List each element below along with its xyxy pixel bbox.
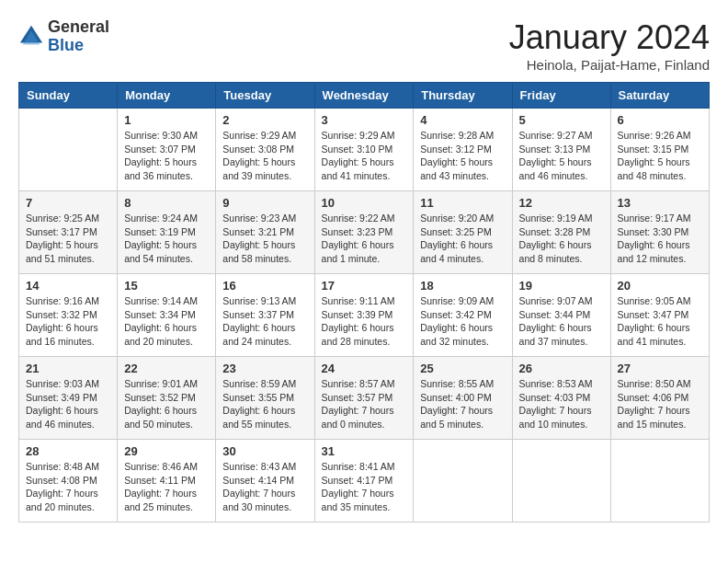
week-row-5: 28Sunrise: 8:48 AMSunset: 4:08 PMDayligh… xyxy=(19,440,710,523)
calendar-cell: 4Sunrise: 9:28 AMSunset: 3:12 PMDaylight… xyxy=(414,109,512,191)
calendar-cell: 19Sunrise: 9:07 AMSunset: 3:44 PMDayligh… xyxy=(512,274,610,357)
logo-blue: Blue xyxy=(48,37,109,55)
day-number: 8 xyxy=(124,196,209,210)
calendar-cell xyxy=(512,440,610,523)
calendar-cell: 27Sunrise: 8:50 AMSunset: 4:06 PMDayligh… xyxy=(610,357,709,440)
header-row: SundayMondayTuesdayWednesdayThursdayFrid… xyxy=(19,83,710,109)
day-number: 5 xyxy=(519,113,604,127)
header-day-sunday: Sunday xyxy=(19,83,118,109)
day-number: 25 xyxy=(420,362,505,375)
day-info: Sunrise: 9:05 AMSunset: 3:47 PMDaylight:… xyxy=(618,294,702,349)
calendar-cell: 3Sunrise: 9:29 AMSunset: 3:10 PMDaylight… xyxy=(314,109,414,191)
calendar-cell: 29Sunrise: 8:46 AMSunset: 4:11 PMDayligh… xyxy=(118,440,216,523)
calendar-cell: 11Sunrise: 9:20 AMSunset: 3:25 PMDayligh… xyxy=(414,191,512,274)
day-number: 11 xyxy=(420,196,505,210)
calendar-table: SundayMondayTuesdayWednesdayThursdayFrid… xyxy=(18,82,710,523)
day-info: Sunrise: 8:55 AMSunset: 4:00 PMDaylight:… xyxy=(420,377,505,431)
header-day-tuesday: Tuesday xyxy=(216,83,314,109)
title-block: January 2024 Heinola, Paijat-Hame, Finla… xyxy=(509,18,710,73)
subtitle: Heinola, Paijat-Hame, Finland xyxy=(509,57,710,73)
calendar-cell: 16Sunrise: 9:13 AMSunset: 3:37 PMDayligh… xyxy=(216,274,314,357)
day-number: 2 xyxy=(222,113,307,127)
calendar-cell xyxy=(414,440,512,523)
day-info: Sunrise: 9:09 AMSunset: 3:42 PMDaylight:… xyxy=(420,294,505,349)
day-number: 23 xyxy=(222,362,307,375)
calendar-cell: 28Sunrise: 8:48 AMSunset: 4:08 PMDayligh… xyxy=(19,440,118,523)
calendar-cell xyxy=(19,109,118,191)
calendar-cell: 23Sunrise: 8:59 AMSunset: 3:55 PMDayligh… xyxy=(216,357,314,440)
day-info: Sunrise: 9:17 AMSunset: 3:30 PMDaylight:… xyxy=(618,212,702,266)
calendar-cell: 18Sunrise: 9:09 AMSunset: 3:42 PMDayligh… xyxy=(414,274,512,357)
week-row-3: 14Sunrise: 9:16 AMSunset: 3:32 PMDayligh… xyxy=(19,274,710,357)
day-number: 22 xyxy=(124,362,209,375)
day-info: Sunrise: 8:46 AMSunset: 4:11 PMDaylight:… xyxy=(124,460,209,514)
day-info: Sunrise: 8:41 AMSunset: 4:17 PMDaylight:… xyxy=(322,460,407,514)
calendar-cell: 12Sunrise: 9:19 AMSunset: 3:28 PMDayligh… xyxy=(512,191,610,274)
header-day-friday: Friday xyxy=(512,83,610,109)
day-number: 29 xyxy=(124,444,209,458)
day-number: 1 xyxy=(124,113,209,127)
calendar-cell: 22Sunrise: 9:01 AMSunset: 3:52 PMDayligh… xyxy=(118,357,216,440)
week-row-1: 1Sunrise: 9:30 AMSunset: 3:07 PMDaylight… xyxy=(19,109,710,191)
day-info: Sunrise: 9:24 AMSunset: 3:19 PMDaylight:… xyxy=(124,212,209,266)
header-day-monday: Monday xyxy=(118,83,216,109)
day-number: 28 xyxy=(26,444,110,458)
day-info: Sunrise: 9:27 AMSunset: 3:13 PMDaylight:… xyxy=(519,129,604,183)
day-info: Sunrise: 9:30 AMSunset: 3:07 PMDaylight:… xyxy=(124,129,209,183)
day-info: Sunrise: 9:23 AMSunset: 3:21 PMDaylight:… xyxy=(222,212,307,266)
day-info: Sunrise: 9:07 AMSunset: 3:44 PMDaylight:… xyxy=(519,294,604,349)
day-info: Sunrise: 8:43 AMSunset: 4:14 PMDaylight:… xyxy=(222,460,307,514)
day-number: 24 xyxy=(322,362,407,375)
header-day-thursday: Thursday xyxy=(414,83,512,109)
day-info: Sunrise: 9:29 AMSunset: 3:10 PMDaylight:… xyxy=(322,129,407,183)
calendar-cell: 17Sunrise: 9:11 AMSunset: 3:39 PMDayligh… xyxy=(314,274,414,357)
calendar-cell: 21Sunrise: 9:03 AMSunset: 3:49 PMDayligh… xyxy=(19,357,118,440)
day-number: 14 xyxy=(26,279,110,293)
day-number: 6 xyxy=(618,113,702,127)
day-number: 12 xyxy=(519,196,604,210)
calendar-cell: 2Sunrise: 9:29 AMSunset: 3:08 PMDaylight… xyxy=(216,109,314,191)
day-info: Sunrise: 8:57 AMSunset: 3:57 PMDaylight:… xyxy=(322,377,407,431)
day-info: Sunrise: 9:22 AMSunset: 3:23 PMDaylight:… xyxy=(322,212,407,266)
day-number: 31 xyxy=(322,444,407,458)
header-day-wednesday: Wednesday xyxy=(314,83,414,109)
calendar-cell: 20Sunrise: 9:05 AMSunset: 3:47 PMDayligh… xyxy=(610,274,709,357)
calendar-cell: 30Sunrise: 8:43 AMSunset: 4:14 PMDayligh… xyxy=(216,440,314,523)
month-title: January 2024 xyxy=(509,18,710,57)
calendar-cell: 6Sunrise: 9:26 AMSunset: 3:15 PMDaylight… xyxy=(610,109,709,191)
day-info: Sunrise: 8:48 AMSunset: 4:08 PMDaylight:… xyxy=(26,460,110,514)
day-info: Sunrise: 9:03 AMSunset: 3:49 PMDaylight:… xyxy=(26,377,110,431)
calendar-cell: 24Sunrise: 8:57 AMSunset: 3:57 PMDayligh… xyxy=(314,357,414,440)
day-info: Sunrise: 9:29 AMSunset: 3:08 PMDaylight:… xyxy=(222,129,307,183)
week-row-4: 21Sunrise: 9:03 AMSunset: 3:49 PMDayligh… xyxy=(19,357,710,440)
day-info: Sunrise: 9:28 AMSunset: 3:12 PMDaylight:… xyxy=(420,129,505,183)
day-info: Sunrise: 9:01 AMSunset: 3:52 PMDaylight:… xyxy=(124,377,209,431)
day-number: 16 xyxy=(222,279,307,293)
calendar-cell: 15Sunrise: 9:14 AMSunset: 3:34 PMDayligh… xyxy=(118,274,216,357)
day-info: Sunrise: 9:14 AMSunset: 3:34 PMDaylight:… xyxy=(124,294,209,349)
day-info: Sunrise: 9:25 AMSunset: 3:17 PMDaylight:… xyxy=(26,212,110,266)
day-info: Sunrise: 9:19 AMSunset: 3:28 PMDaylight:… xyxy=(519,212,604,266)
calendar-cell: 1Sunrise: 9:30 AMSunset: 3:07 PMDaylight… xyxy=(118,109,216,191)
calendar-cell: 14Sunrise: 9:16 AMSunset: 3:32 PMDayligh… xyxy=(19,274,118,357)
day-number: 26 xyxy=(519,362,604,375)
day-number: 27 xyxy=(618,362,702,375)
calendar-cell xyxy=(610,440,709,523)
week-row-2: 7Sunrise: 9:25 AMSunset: 3:17 PMDaylight… xyxy=(19,191,710,274)
logo: General Blue xyxy=(18,18,109,55)
day-number: 30 xyxy=(222,444,307,458)
day-number: 7 xyxy=(26,196,110,210)
day-number: 21 xyxy=(26,362,110,375)
header-day-saturday: Saturday xyxy=(610,83,709,109)
day-info: Sunrise: 8:50 AMSunset: 4:06 PMDaylight:… xyxy=(618,377,702,431)
day-number: 18 xyxy=(420,279,505,293)
day-number: 17 xyxy=(322,279,407,293)
day-number: 10 xyxy=(322,196,407,210)
day-number: 9 xyxy=(222,196,307,210)
page-header: General Blue January 2024 Heinola, Paija… xyxy=(18,18,710,73)
calendar-cell: 5Sunrise: 9:27 AMSunset: 3:13 PMDaylight… xyxy=(512,109,610,191)
calendar-cell: 9Sunrise: 9:23 AMSunset: 3:21 PMDaylight… xyxy=(216,191,314,274)
day-number: 3 xyxy=(322,113,407,127)
logo-text: General Blue xyxy=(48,18,109,55)
day-info: Sunrise: 9:16 AMSunset: 3:32 PMDaylight:… xyxy=(26,294,110,349)
